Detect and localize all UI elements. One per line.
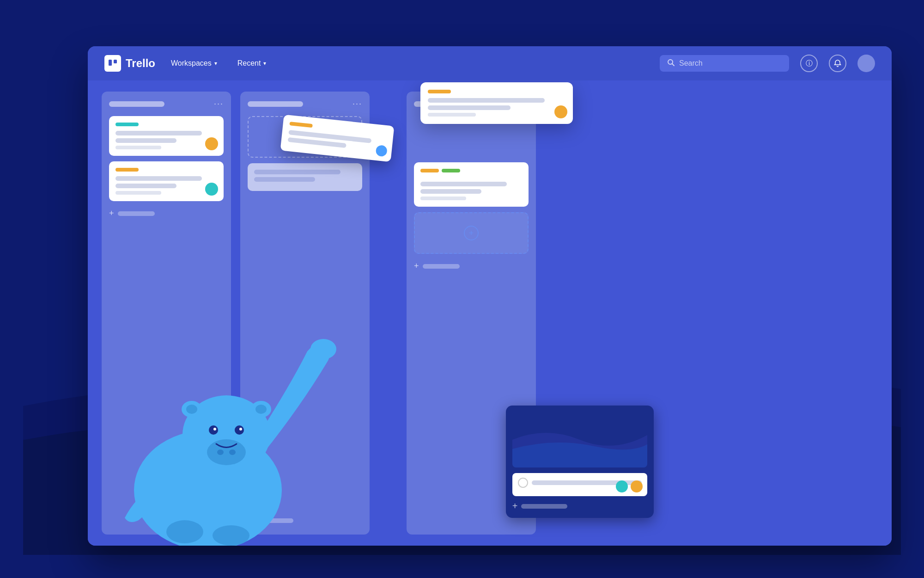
browser-window: Trello Workspaces ▾ Recent ▾ Search [88,46,892,546]
column-1: ··· [102,92,231,535]
recent-chevron-icon: ▾ [263,60,266,67]
card-1-1-line2 [116,138,176,143]
card-3-2-line3 [420,197,466,200]
dark-add-line [521,504,567,509]
card-3-2[interactable] [414,162,529,207]
info-button[interactable]: ⓘ [800,55,818,72]
workspaces-chevron-icon: ▾ [214,60,217,67]
add-card-2-button[interactable]: + [248,514,362,527]
floating-card-3-avatar [554,105,567,118]
card-1-1-tag [116,123,139,126]
column-2-title [248,101,303,107]
add-line-1 [118,211,155,216]
card-1-1-avatar [205,137,218,150]
add-plus-icon-3: + [414,261,419,271]
floating-card-3[interactable] [420,82,573,124]
search-placeholder: Search [679,59,703,68]
notifications-button[interactable] [829,55,846,72]
column-1-menu[interactable]: ··· [214,99,224,109]
column-1-header: ··· [109,99,224,109]
add-line-2 [256,518,293,523]
card-1-2[interactable] [109,161,224,201]
dark-card-avatar-orange [631,480,643,492]
logo-area: Trello [104,55,155,72]
add-card-3-button[interactable]: + [414,259,529,273]
floating-card-3-line2 [428,105,511,110]
search-icon [667,59,675,68]
column-2: ··· + [240,92,370,535]
card-2-1-line1 [254,170,340,174]
navbar: Trello Workspaces ▾ Recent ▾ Search [88,46,892,80]
svg-rect-1 [114,60,117,63]
card-1-2-line1 [116,176,202,181]
add-line-3 [423,264,460,269]
logo-text: Trello [126,57,155,70]
add-card-1-button[interactable]: + [109,207,224,220]
search-bar[interactable]: Search [660,55,789,72]
column-1-title [109,101,164,107]
user-avatar[interactable] [857,55,875,72]
card-1-1-line3 [116,146,161,149]
card-1-2-line2 [116,184,176,188]
svg-rect-0 [109,60,112,66]
card-1-1[interactable] [109,116,224,156]
add-plus-icon-1: + [109,209,114,218]
card-3-2-tag2 [442,169,460,172]
recent-button[interactable]: Recent ▾ [233,56,271,70]
dark-card-content [512,473,647,496]
dragging-card-tag [289,122,313,128]
card-2-1[interactable] [248,163,362,191]
dragging-card-avatar [375,145,387,157]
main-container: Trello Workspaces ▾ Recent ▾ Search [23,23,901,555]
board-area: ··· [88,80,892,546]
card-1-2-tag [116,168,139,172]
workspaces-button[interactable]: Workspaces ▾ [166,56,222,70]
column-2-header: ··· [248,99,362,109]
floating-card-3-tag [428,90,451,93]
card-1-2-avatar [205,183,218,196]
card-3-2-tag1 [420,169,439,172]
column-2-menu[interactable]: ··· [353,99,362,109]
new-card-placeholder-3[interactable]: + [414,212,529,254]
dark-card-image [512,412,647,467]
new-card-plus-icon: + [464,226,479,240]
dark-card-avatar-teal [616,480,628,492]
floating-card-3-line1 [428,98,545,103]
add-plus-icon-2: + [248,516,253,525]
svg-line-3 [672,64,674,66]
card-1-1-line1 [116,131,202,135]
card-1-2-line3 [116,191,161,195]
dark-add-plus-icon: + [512,501,518,511]
card-3-2-line2 [420,189,481,194]
card-3-2-line1 [420,182,507,186]
floating-card-3-line3 [428,113,476,117]
dark-card-add-row: + [512,501,647,511]
dark-attachment-card[interactable]: + [506,406,654,518]
dark-card-checkbox [518,478,528,488]
card-2-1-line2 [254,177,315,182]
trello-logo-icon [104,55,121,72]
